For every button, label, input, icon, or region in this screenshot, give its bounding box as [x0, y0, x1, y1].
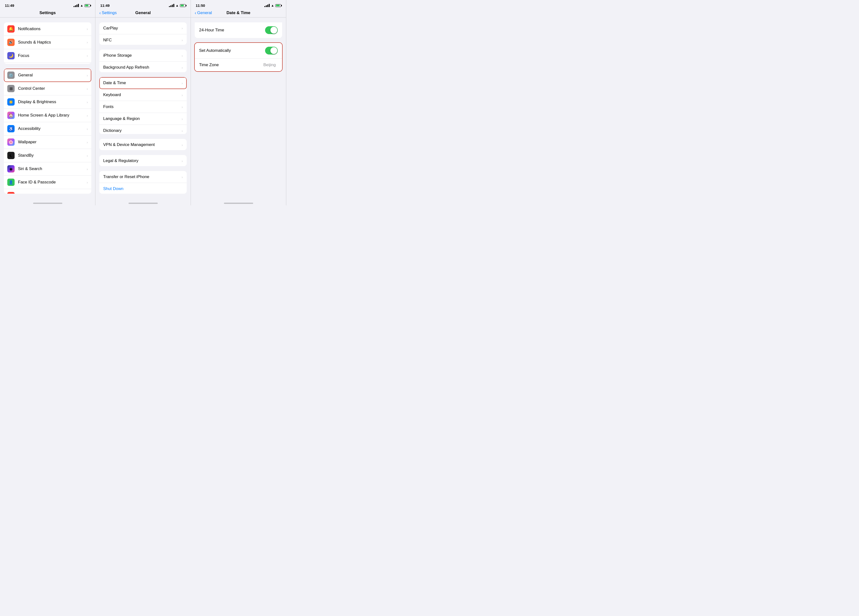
wifi-icon-2: ▲ [175, 4, 179, 7]
sidebar-item-controlcenter[interactable]: ⊞ Control Center › [4, 82, 91, 95]
general-item-nfc[interactable]: NFC › [99, 34, 187, 45]
sidebar-item-standby[interactable]: ⏾ StandBy › [4, 149, 91, 162]
sidebar-item-notifications[interactable]: 🔔 Notifications › [4, 22, 91, 36]
status-bar-1: 11:49 ▲ [0, 0, 95, 8]
nav-title-3: Date & Time [226, 11, 250, 15]
sidebar-item-homescreen[interactable]: 🏠 Home Screen & App Library › [4, 109, 91, 122]
dt-label-setauto: Set Automatically [199, 48, 265, 53]
nav-bar-3: ‹ General Date & Time [191, 8, 286, 17]
status-icons-2: ▲ [169, 4, 186, 7]
general-icon: ⚙️ [7, 72, 15, 79]
sidebar-item-accessibility[interactable]: ♿ Accessibility › [4, 122, 91, 136]
general-item-fonts[interactable]: Fonts › [99, 101, 187, 113]
general-item-keyboard[interactable]: Keyboard › [99, 89, 187, 101]
sidebar-item-sos[interactable]: SOS Emergency SOS › [4, 189, 91, 193]
settings-group-1: 🔔 Notifications › 🔊 Sounds & Haptics › 🌙… [4, 22, 91, 64]
general-item-carplay[interactable]: CarPlay › [99, 22, 187, 34]
general-group-legal: Legal & Regulatory › [99, 155, 187, 166]
general-panel: 11:49 ▲ ‹ Settings General CarPlay › [95, 0, 191, 205]
sidebar-item-focus[interactable]: 🌙 Focus › [4, 49, 91, 62]
status-time-3: 11:50 [196, 3, 205, 8]
signal-icon-2 [169, 4, 174, 7]
siri-icon: ◉ [7, 165, 15, 173]
24hour-toggle[interactable] [265, 26, 278, 34]
general-group-carplay: CarPlay › NFC › [99, 22, 187, 45]
general-item-dictionary[interactable]: Dictionary › [99, 125, 187, 134]
back-label-2: Settings [102, 11, 117, 15]
status-time-1: 11:49 [5, 3, 14, 8]
datetime-panel: 11:50 ▲ ‹ General Date & Time 24-Hour Ti… [191, 0, 286, 205]
sidebar-item-siri[interactable]: ◉ Siri & Search › [4, 162, 91, 176]
settings-panel: 11:49 ▲ Settings 🔔 Notifications › [0, 0, 95, 205]
general-item-storage[interactable]: iPhone Storage › [99, 50, 187, 62]
home-indicator-3 [191, 198, 286, 205]
general-group-vpn: VPN & Device Management › [99, 139, 187, 150]
sidebar-item-displaybrightness[interactable]: ☀️ Display & Brightness › [4, 95, 91, 109]
back-chevron-3: ‹ [195, 11, 196, 16]
settings-scroll[interactable]: 🔔 Notifications › 🔊 Sounds & Haptics › 🌙… [0, 17, 95, 199]
status-bar-2: 11:49 ▲ [95, 0, 191, 8]
home-indicator-2 [95, 198, 191, 205]
general-group-transfer: Transfer or Reset iPhone › Shut Down [99, 171, 187, 193]
home-indicator-1 [0, 198, 95, 205]
wallpaper-icon: 🌸 [7, 139, 15, 146]
sidebar-item-faceid[interactable]: 👤 Face ID & Passcode › [4, 176, 91, 189]
display-icon: ☀️ [7, 98, 15, 106]
nav-bar-2: ‹ Settings General [95, 8, 191, 17]
notifications-icon: 🔔 [7, 25, 15, 33]
homescreen-icon: 🏠 [7, 112, 15, 119]
general-item-legal[interactable]: Legal & Regulatory › [99, 155, 187, 166]
controlcenter-icon: ⊞ [7, 85, 15, 92]
general-back-button[interactable]: ‹ Settings [99, 11, 117, 16]
wifi-icon-1: ▲ [80, 4, 83, 7]
home-bar-2 [128, 203, 158, 204]
sidebar-item-screentime[interactable]: ⏱ Screen Time › [4, 62, 91, 64]
datetime-back-button[interactable]: ‹ General [195, 11, 212, 16]
battery-icon-1 [84, 4, 90, 7]
nav-title-2: General [135, 11, 151, 15]
back-label-3: General [197, 11, 212, 15]
general-item-bgrefresh[interactable]: Background App Refresh › [99, 62, 187, 72]
general-item-transfer[interactable]: Transfer or Reset iPhone › [99, 171, 187, 183]
settings-group-2: ⚙️ General › ⊞ Control Center › ☀️ Displ… [4, 69, 91, 193]
general-item-datetime[interactable]: Date & Time › [99, 77, 187, 89]
accessibility-icon: ♿ [7, 125, 15, 133]
dt-row-timezone[interactable]: Time Zone Beijing [195, 59, 282, 71]
sidebar-item-sounds[interactable]: 🔊 Sounds & Haptics › [4, 36, 91, 49]
status-icons-1: ▲ [73, 4, 90, 7]
focus-icon: 🌙 [7, 52, 15, 59]
dt-row-setauto[interactable]: Set Automatically [195, 43, 282, 59]
home-bar-3 [224, 203, 253, 204]
signal-icon-3 [264, 4, 270, 7]
setauto-toggle[interactable] [265, 47, 278, 55]
general-item-shutdown[interactable]: Shut Down [99, 183, 187, 193]
status-icons-3: ▲ [264, 4, 281, 7]
faceid-icon: 👤 [7, 179, 15, 186]
sos-icon: SOS [7, 192, 15, 193]
dt-row-24hour[interactable]: 24-Hour Time [195, 22, 282, 38]
general-item-language[interactable]: Language & Region › [99, 113, 187, 125]
battery-icon-2 [180, 4, 186, 7]
dt-value-timezone: Beijing [263, 62, 276, 67]
status-bar-3: 11:50 ▲ [191, 0, 286, 8]
wifi-icon-3: ▲ [271, 4, 274, 7]
standby-icon: ⏾ [7, 152, 15, 159]
general-item-vpn[interactable]: VPN & Device Management › [99, 139, 187, 150]
general-group-storage: iPhone Storage › Background App Refresh … [99, 50, 187, 72]
battery-icon-3 [275, 4, 281, 7]
back-chevron-2: ‹ [99, 11, 101, 16]
dt-label-timezone: Time Zone [199, 62, 263, 67]
sounds-icon: 🔊 [7, 39, 15, 46]
dt-group-setauto: Set Automatically Time Zone Beijing [195, 43, 282, 71]
general-scroll[interactable]: CarPlay › NFC › iPhone Storage › Backgro… [95, 17, 191, 199]
dt-label-24hour: 24-Hour Time [199, 28, 265, 33]
nav-bar-1: Settings [0, 8, 95, 17]
nav-title-1: Settings [39, 11, 56, 15]
sidebar-item-wallpaper[interactable]: 🌸 Wallpaper › [4, 136, 91, 149]
signal-icon-1 [73, 4, 79, 7]
datetime-scroll[interactable]: 24-Hour Time Set Automatically Time Zone… [191, 17, 286, 199]
home-bar-1 [33, 203, 62, 204]
dt-group-24hour: 24-Hour Time [195, 22, 282, 38]
sidebar-item-general[interactable]: ⚙️ General › [4, 69, 91, 82]
status-time-2: 11:49 [100, 3, 109, 8]
